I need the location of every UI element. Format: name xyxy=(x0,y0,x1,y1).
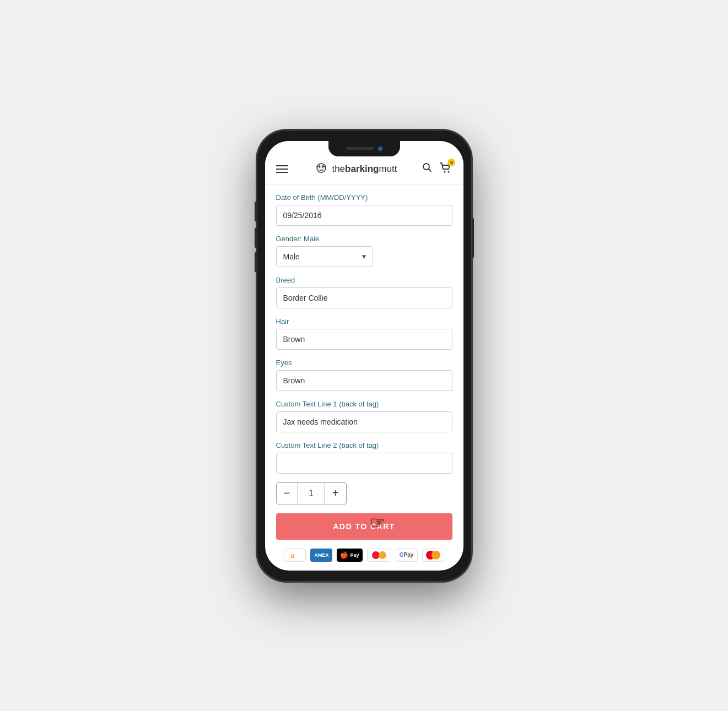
custom2-label: Custom Text Line 2 (back of tag) xyxy=(276,441,452,449)
eyes-input[interactable] xyxy=(276,370,452,391)
breed-input[interactable] xyxy=(276,287,452,308)
mastercard-icon xyxy=(422,549,444,562)
quantity-row: − 1 + xyxy=(276,482,452,504)
dob-label: Date of Birth (MM/DD/YYYY) xyxy=(276,193,452,202)
custom2-input[interactable] xyxy=(276,453,452,474)
notch-camera xyxy=(378,146,382,151)
amex-icon: AMEX xyxy=(310,549,332,562)
breed-group: Breed xyxy=(276,276,452,308)
old-payment-icon xyxy=(367,549,391,562)
phone-screen: thebarkingmutt 0 xyxy=(265,141,463,571)
hair-label: Hair xyxy=(276,317,452,325)
custom1-label: Custom Text Line 1 (back of tag) xyxy=(276,400,452,408)
eyes-group: Eyes xyxy=(276,359,452,391)
phone-notch xyxy=(328,141,400,156)
gender-select[interactable]: Male Female xyxy=(276,246,373,267)
gender-label: Gender: Male xyxy=(276,235,452,243)
dob-input[interactable] xyxy=(276,205,452,226)
quantity-minus-button[interactable]: − xyxy=(276,482,298,504)
quantity-value: 1 xyxy=(298,482,325,504)
hair-input[interactable] xyxy=(276,329,452,350)
cart-badge: 0 xyxy=(447,159,455,166)
payment-icons-row: a AMEX 🍎Pay GPay xyxy=(276,549,452,562)
cart-icon[interactable]: 0 xyxy=(440,162,452,176)
google-pay-icon: GPay xyxy=(396,549,418,562)
header-icons: 0 xyxy=(422,162,452,176)
gender-select-wrap: Male Female ▼ xyxy=(276,246,373,267)
add-to-cart-button[interactable]: ADD TO CART xyxy=(276,513,452,540)
search-icon[interactable] xyxy=(422,162,432,175)
svg-point-8 xyxy=(444,171,446,172)
svg-text:a: a xyxy=(290,551,294,560)
svg-line-7 xyxy=(429,169,432,172)
custom2-group: Custom Text Line 2 (back of tag) xyxy=(276,441,452,474)
hamburger-menu[interactable] xyxy=(276,165,288,173)
gender-group: Gender: Male Male Female ▼ xyxy=(276,235,452,267)
phone-frame: thebarkingmutt 0 xyxy=(257,130,472,582)
eyes-label: Eyes xyxy=(276,359,452,367)
apple-pay-icon: 🍎Pay xyxy=(337,549,362,562)
svg-point-9 xyxy=(448,171,450,172)
breed-label: Breed xyxy=(276,276,452,284)
svg-point-11 xyxy=(372,551,380,559)
quantity-plus-button[interactable]: + xyxy=(325,482,347,504)
logo-text: thebarkingmutt xyxy=(332,164,397,175)
form-scroll-area: Date of Birth (MM/DD/YYYY) Gender: Male … xyxy=(265,184,463,571)
custom1-input[interactable] xyxy=(276,411,452,432)
notch-speaker xyxy=(346,147,374,150)
svg-point-12 xyxy=(379,551,386,559)
custom1-group: Custom Text Line 1 (back of tag) xyxy=(276,400,452,432)
amazon-pay-icon: a xyxy=(284,549,306,562)
logo: thebarkingmutt xyxy=(313,161,397,177)
dob-group: Date of Birth (MM/DD/YYYY) xyxy=(276,193,452,226)
hair-group: Hair xyxy=(276,317,452,350)
logo-icon xyxy=(313,161,330,177)
